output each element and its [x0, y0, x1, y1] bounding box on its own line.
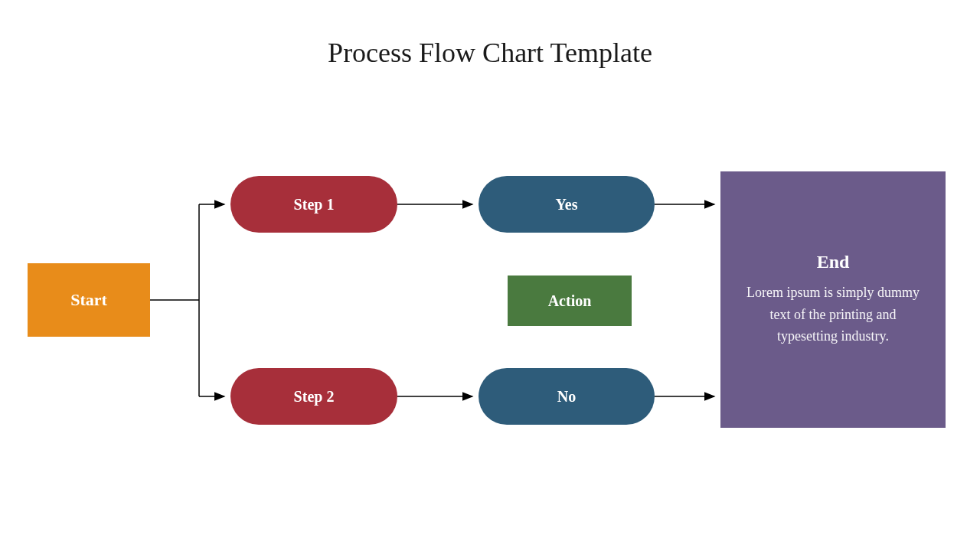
step2-node: Step 2: [230, 368, 397, 425]
diagram-title: Process Flow Chart Template: [0, 37, 980, 69]
start-node: Start: [28, 263, 150, 337]
end-title: End: [817, 252, 850, 272]
end-node: End Lorem ipsum is simply dummy text of …: [720, 171, 946, 428]
no-node: No: [479, 368, 655, 425]
end-description: Lorem ipsum is simply dummy text of the …: [740, 282, 926, 347]
yes-node: Yes: [479, 176, 655, 233]
step1-node: Step 1: [230, 176, 397, 233]
action-node: Action: [508, 276, 632, 326]
